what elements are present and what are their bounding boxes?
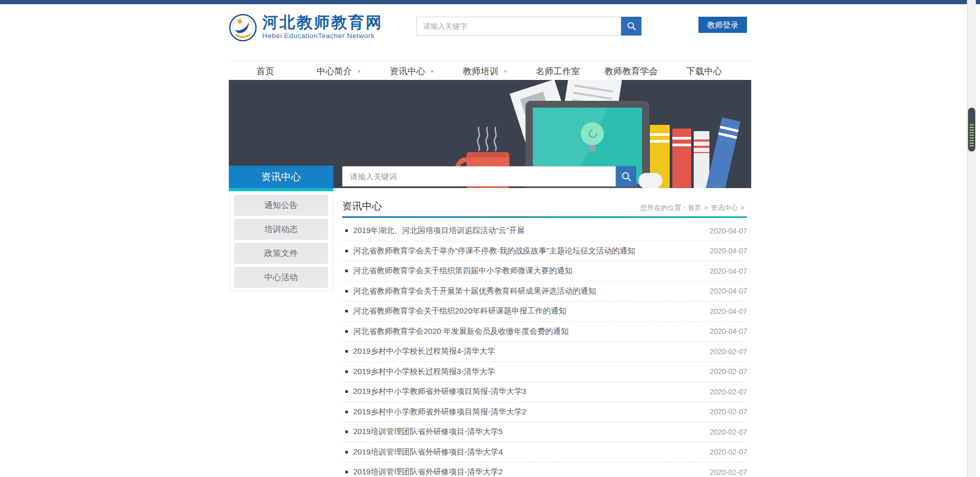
news-date: 2020-02-07 xyxy=(709,347,747,356)
nav-item[interactable]: 中心简介 ▾ xyxy=(302,61,375,81)
site-logo[interactable]: 河北教师教育网 Hebei EducationTeacher Network xyxy=(229,14,383,42)
bullet-icon xyxy=(345,411,348,413)
top-strip xyxy=(0,0,980,4)
nav-item[interactable]: 教师教育学会 ▾ xyxy=(594,61,668,81)
logo-emblem-icon xyxy=(229,14,257,42)
main-content: 资讯中心 您所在的位置：首页>资讯中心> 2019年湖北、河北国培项目培训追踪活… xyxy=(342,199,747,477)
news-list: 2019年湖北、河北国培项目培训追踪活动“云”开展 2020-04-07 河北省… xyxy=(342,221,747,477)
news-row[interactable]: 河北省教师教育学会关于开展第十届优秀教育科研成果评选活动的通知 2020-04-… xyxy=(342,282,747,302)
logo-text: 河北教师教育网 Hebei EducationTeacher Network xyxy=(262,14,383,40)
nav-item-label: 资讯中心 xyxy=(390,66,425,76)
nav-item-label: 中心简介 xyxy=(317,66,352,76)
news-row[interactable]: 2019乡村中小学教师省外研修项目简报-清华大学3 2020-02-07 xyxy=(342,382,747,402)
news-title[interactable]: 2019乡村中小学教师省外研修项目简报-清华大学3 xyxy=(353,387,527,397)
news-title[interactable]: 2019乡村中小学校长过程简报4-清华大学 xyxy=(353,346,495,356)
sidebar-accent-bar xyxy=(229,188,333,191)
news-row[interactable]: 2019乡村中小学校长过程简报4-清华大学 2020-02-07 xyxy=(342,342,747,362)
news-title[interactable]: 河北省教师教育学会关于举办“停课不停教·我的战疫故事”主题论坛征文活动的通知 xyxy=(353,246,635,256)
logo-subtitle: Hebei EducationTeacher Network xyxy=(262,32,383,40)
book-illustration xyxy=(705,118,740,188)
breadcrumb-prefix: 您所在的位置： xyxy=(640,204,688,212)
scrollbar-thumb[interactable] xyxy=(968,108,975,152)
page-title: 资讯中心 xyxy=(342,200,382,213)
news-title[interactable]: 2019培训管理团队省外研修项目-清华大学5 xyxy=(353,427,503,437)
nav-item[interactable]: 资讯中心 ▾ xyxy=(375,61,448,81)
search-icon xyxy=(626,21,637,31)
banner-search-input[interactable] xyxy=(342,166,616,187)
main-nav: 首页 ▾ 中心简介 ▾ 资讯中心 ▾ 教师培训 ▾ 名师工作室 ▾ xyxy=(229,61,751,81)
news-title[interactable]: 河北省教师教育学会关于组织2020年科研课题申报工作的通知 xyxy=(353,306,566,316)
bullet-icon xyxy=(345,390,348,393)
news-date: 2020-02-07 xyxy=(709,367,747,376)
news-row[interactable]: 河北省教师教育学会关于组织2020年科研课题申报工作的通知 2020-04-07 xyxy=(342,301,747,322)
news-date: 2020-02-07 xyxy=(709,468,747,476)
news-title[interactable]: 2019培训管理团队省外研修项目-清华大学4 xyxy=(353,447,503,457)
scrollbar-track[interactable] xyxy=(967,0,976,477)
banner-search xyxy=(342,166,636,187)
nav-item-label: 教师培训 xyxy=(463,66,498,76)
news-title[interactable]: 河北省教师教育学会关于开展第十届优秀教育科研成果评选活动的通知 xyxy=(353,286,596,296)
page: 河北教师教育网 Hebei EducationTeacher Network 教… xyxy=(0,0,980,477)
news-date: 2020-02-07 xyxy=(709,428,747,436)
news-date: 2020-02-07 xyxy=(709,448,747,456)
news-date: 2020-02-07 xyxy=(709,408,747,416)
logo-title: 河北教师教育网 xyxy=(262,14,383,31)
nav-item[interactable]: 下载中心 ▾ xyxy=(668,61,741,81)
news-date: 2020-02-07 xyxy=(709,388,747,396)
nav-item-label: 名师工作室 xyxy=(536,66,580,76)
bullet-icon xyxy=(345,310,348,312)
bullet-icon xyxy=(345,431,348,433)
news-title[interactable]: 2019培训管理团队省外研修项目-清华大学2 xyxy=(353,467,503,477)
news-title[interactable]: 2019乡村中小学教师省外研修项目简报-清华大学2 xyxy=(353,407,527,417)
bullet-icon xyxy=(345,229,348,232)
bullet-icon xyxy=(345,290,348,293)
chevron-down-icon: ▾ xyxy=(431,68,434,74)
news-row[interactable]: 2019培训管理团队省外研修项目-清华大学2 2020-02-07 xyxy=(342,462,747,477)
nav-item[interactable]: 名师工作室 ▾ xyxy=(521,61,594,81)
sidebar-menu-item[interactable]: 中心活动 xyxy=(234,267,328,288)
teacher-login-button[interactable]: 教师登录 xyxy=(698,17,747,33)
sidebar-title[interactable]: 资讯中心 xyxy=(229,166,333,188)
header-search-button[interactable] xyxy=(621,17,641,36)
search-icon xyxy=(621,171,632,182)
banner-search-button[interactable] xyxy=(616,166,636,187)
site-header: 河北教师教育网 Hebei EducationTeacher Network 教… xyxy=(229,4,751,61)
sidebar-menu-item[interactable]: 通知公告 xyxy=(234,195,328,216)
nav-item-label: 教师教育学会 xyxy=(604,66,658,76)
sidebar-menu-item[interactable]: 政策文件 xyxy=(234,243,328,264)
chevron-down-icon: ▾ xyxy=(504,68,507,74)
header-search-input[interactable] xyxy=(416,17,621,36)
news-row[interactable]: 河北省教师教育学会关于组织第四届中小学教师微课大赛的通知 2020-04-07 xyxy=(342,261,747,282)
news-title[interactable]: 河北省教师教育学会2020 年发展新会员及收缴年度会费的通知 xyxy=(353,327,569,336)
nav-item[interactable]: 首页 ▾ xyxy=(229,61,302,81)
nav-item-label: 首页 xyxy=(256,66,274,76)
news-row[interactable]: 2019培训管理团队省外研修项目-清华大学4 2020-02-07 xyxy=(342,443,747,463)
section-header: 资讯中心 您所在的位置：首页>资讯中心> xyxy=(342,199,747,216)
breadcrumb-link[interactable]: 资讯中心 xyxy=(710,204,738,212)
news-date: 2020-04-07 xyxy=(709,287,747,295)
book-illustration xyxy=(694,131,709,188)
news-title[interactable]: 2019乡村中小学校长过程简报3-清华大学 xyxy=(353,367,495,377)
news-date: 2020-04-07 xyxy=(709,307,747,316)
book-illustration xyxy=(672,129,691,188)
news-row[interactable]: 2019培训管理团队省外研修项目-清华大学5 2020-02-07 xyxy=(342,422,747,443)
mouse-illustration xyxy=(638,173,662,188)
news-title[interactable]: 河北省教师教育学会关于组织第四届中小学教师微课大赛的通知 xyxy=(353,266,573,276)
lightbulb-icon xyxy=(581,122,604,145)
bullet-icon xyxy=(345,350,348,353)
news-row[interactable]: 2019年湖北、河北国培项目培训追踪活动“云”开展 2020-04-07 xyxy=(342,221,747,241)
bullet-icon xyxy=(345,471,348,473)
chevron-down-icon: ▾ xyxy=(358,68,360,74)
news-row[interactable]: 河北省教师教育学会2020 年发展新会员及收缴年度会费的通知 2020-04-0… xyxy=(342,322,747,342)
news-title[interactable]: 2019年湖北、河北国培项目培训追踪活动“云”开展 xyxy=(353,226,524,236)
breadcrumb-link[interactable]: 首页 xyxy=(688,204,702,212)
bullet-icon xyxy=(345,451,348,453)
news-row[interactable]: 河北省教师教育学会关于举办“停课不停教·我的战疫故事”主题论坛征文活动的通知 2… xyxy=(342,241,747,262)
sidebar-menu-item[interactable]: 培训动态 xyxy=(234,219,328,240)
bullet-icon xyxy=(345,250,348,252)
steam-icon xyxy=(474,126,507,152)
breadcrumb-separator: > xyxy=(704,204,708,212)
news-row[interactable]: 2019乡村中小学校长过程简报3-清华大学 2020-02-07 xyxy=(342,362,747,382)
nav-item[interactable]: 教师培训 ▾ xyxy=(448,61,521,81)
news-row[interactable]: 2019乡村中小学教师省外研修项目简报-清华大学2 2020-02-07 xyxy=(342,402,747,423)
